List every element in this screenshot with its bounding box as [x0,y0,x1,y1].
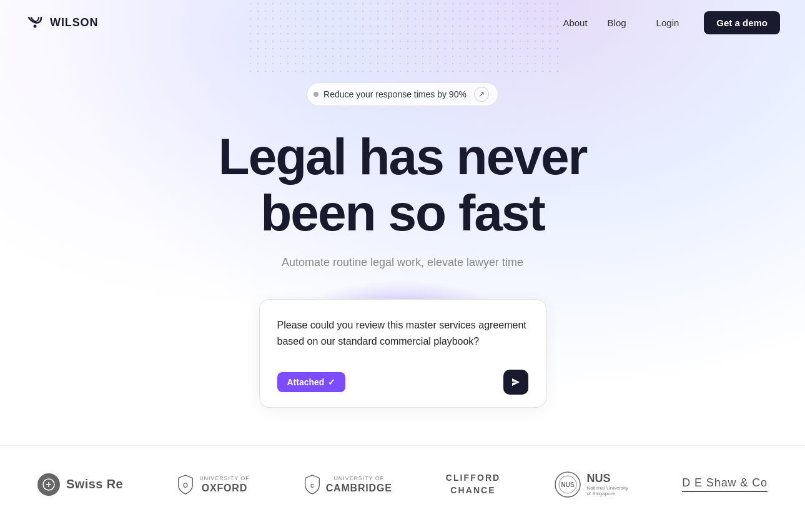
badge-arrow-icon: ↗ [474,87,489,102]
svg-text:O: O [183,481,188,488]
nus-seal-icon: NUS [554,471,581,498]
oxford-shield-icon: O [177,475,194,495]
nav-links: About Blog Login Get a demo [563,11,780,34]
send-icon [511,377,521,387]
announcement-badge[interactable]: Reduce your response times by 90% ↗ [307,82,498,106]
get-demo-button[interactable]: Get a demo [704,11,780,34]
logo-cambridge: C UNIVERSITY OF CAMBRIDGE [304,475,392,495]
logo[interactable]: WILSON [25,12,98,32]
badge-dot [314,92,319,97]
svg-text:C: C [310,482,314,488]
logo-nus: NUS NUS National Universityof Singapore [554,471,628,498]
attached-label: Attached [287,377,325,387]
logo-text: WILSON [50,16,98,29]
send-button[interactable] [503,370,528,395]
logo-deshaw: D E Shaw & Co [682,476,768,492]
nus-text: NUS National Universityof Singapore [586,472,628,496]
navbar: WILSON About Blog Login Get a demo [0,0,805,45]
swiss-re-text: Swiss Re [66,477,123,491]
cambridge-text: UNIVERSITY OF CAMBRIDGE [326,475,392,494]
logo-clifford-chance: CLIFFORDCHANCE [446,472,501,496]
chat-box: Please could you review this master serv… [259,299,546,407]
chat-wrapper: Please could you review this master serv… [259,299,546,407]
attached-button[interactable]: Attached ✓ [277,372,346,392]
nav-about[interactable]: About [563,17,587,28]
hero-section: Reduce your response times by 90% ↗ Lega… [0,45,805,433]
logos-section: Swiss Re O UNIVERSITY OF OXFORD C UNIVER… [0,445,805,523]
oxford-text: UNIVERSITY OF OXFORD [199,475,250,494]
nav-blog[interactable]: Blog [608,17,626,28]
nav-login[interactable]: Login [656,17,679,28]
deshaw-text: D E Shaw & Co [682,476,768,492]
hero-title-line1: Legal has never [219,128,587,185]
swiss-re-icon [37,473,60,496]
chat-footer: Attached ✓ [277,370,528,395]
clifford-chance-text: CLIFFORDCHANCE [446,472,501,496]
cambridge-shield-icon: C [304,475,321,495]
checkmark-icon: ✓ [328,377,335,387]
logo-swiss-re: Swiss Re [37,473,123,496]
svg-text:NUS: NUS [561,481,575,488]
badge-text: Reduce your response times by 90% [323,89,467,99]
logo-icon [25,12,45,32]
hero-title: Legal has never been so fast [219,129,587,241]
hero-title-line2: been so fast [260,184,544,241]
chat-message: Please could you review this master serv… [277,317,528,349]
svg-point-0 [34,25,37,28]
hero-subtitle: Automate routine legal work, elevate law… [282,256,523,269]
logo-oxford: O UNIVERSITY OF OXFORD [177,475,250,495]
